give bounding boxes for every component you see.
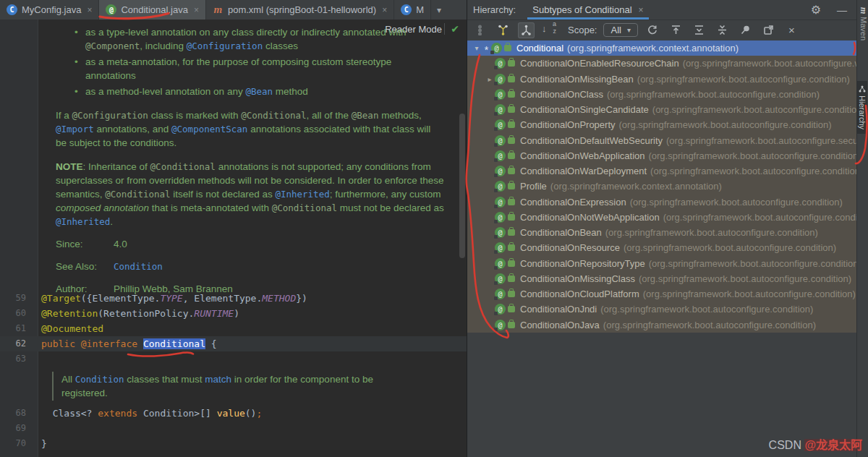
tree-item[interactable]: @ConditionalOnBean(org.springframework.b…: [467, 225, 857, 240]
tab-close-icon[interactable]: ×: [194, 5, 199, 15]
editor-tab[interactable]: CM: [394, 0, 431, 20]
lock-icon: [508, 76, 515, 82]
code-area: 59@Target({ElementType.TYPE, ElementType…: [0, 291, 467, 451]
text-segment: ; furthermore, any custom: [330, 189, 441, 200]
stripe-maven-button[interactable]: m Maven: [857, 3, 868, 45]
refresh-icon[interactable]: [644, 22, 661, 38]
annotation-icon: @: [495, 304, 506, 315]
hierarchy-tree: ▾*@Conditional(org.springframework.conte…: [467, 40, 857, 333]
tree-item[interactable]: @ConditionalOnJndi(org.springframework.b…: [467, 302, 857, 317]
scope-dropdown[interactable]: All ▾: [603, 23, 637, 37]
annotation-icon: @: [495, 104, 506, 115]
scope-label: Scope:: [568, 25, 597, 35]
text-segment: .: [110, 216, 113, 227]
sort-alphabetically-icon[interactable]: ↓ a z: [541, 22, 558, 38]
doc-link[interactable]: @Inherited: [56, 216, 110, 227]
annotation-icon: @: [495, 119, 506, 130]
tree-item[interactable]: @ConditionalOnExpression(org.springframe…: [467, 195, 857, 210]
doc-link[interactable]: @Inherited: [275, 189, 329, 200]
expand-toggle-icon[interactable]: ▸: [485, 75, 495, 83]
doc-link[interactable]: @Import: [56, 124, 94, 134]
tree-item[interactable]: @ConditionalOnProperty(org.springframewo…: [467, 117, 857, 132]
close-icon[interactable]: ×: [783, 22, 800, 38]
doc-link[interactable]: match: [205, 374, 231, 385]
lock-icon: [508, 91, 515, 98]
doc-link[interactable]: Condition: [75, 374, 124, 385]
lock-icon: [508, 60, 515, 67]
tree-item-name: ConditionalOnSingleCandidate: [520, 104, 649, 115]
inspections-ok-icon[interactable]: ✔: [444, 23, 459, 35]
expand-toggle-icon[interactable]: ▾: [472, 44, 482, 52]
tree-item[interactable]: @ConditionalOnRepositoryType(org.springf…: [467, 256, 857, 271]
line-number: 61: [0, 321, 38, 336]
text-segment: extends: [98, 408, 143, 419]
expand-all-icon[interactable]: [691, 22, 707, 38]
tree-item[interactable]: @ConditionalOnResource(org.springframewo…: [467, 240, 857, 255]
scroll-to-source-icon[interactable]: [668, 22, 684, 38]
doc-link[interactable]: @ComponentScan: [171, 124, 247, 134]
tab-close-icon[interactable]: ×: [382, 5, 387, 15]
tree-item[interactable]: @ConditionalOnNotWebApplication(org.spri…: [467, 210, 857, 225]
text-segment: method: [273, 86, 308, 97]
tree-item[interactable]: @ConditionalOnSingleCandidate(org.spring…: [467, 102, 857, 117]
tab-close-icon[interactable]: ×: [87, 5, 92, 15]
class-hierarchy-icon[interactable]: [472, 22, 488, 38]
doc-link[interactable]: @Bean: [245, 86, 273, 97]
annotation-icon: @: [495, 150, 506, 161]
minimize-icon[interactable]: ―: [837, 4, 847, 16]
doc-block: Since:4.0: [56, 237, 444, 251]
tab-label: M: [416, 4, 424, 15]
hierarchy-panel: Hierarchy: Subtypes of Conditional × ⚙ ―…: [467, 0, 857, 457]
annotation-icon: @: [495, 273, 506, 284]
code-line: 61@Documented: [0, 321, 467, 336]
editor-tab[interactable]: @Conditional.java×: [99, 0, 206, 20]
tree-item[interactable]: @ConditionalOnMissingClass(org.springfra…: [467, 271, 857, 286]
annotation-icon: @: [491, 43, 502, 54]
editor-tab[interactable]: CMyConfig.java×: [0, 0, 99, 20]
subtypes-hierarchy-icon[interactable]: [518, 22, 535, 38]
text-segment: (RetentionPolicy.: [98, 308, 194, 319]
tree-item-package: (org.springframework.boot.autoconfigure.…: [624, 242, 836, 253]
text-segment: as a meta-annotation, for the purpose of…: [85, 56, 391, 81]
text-segment: public: [41, 338, 81, 349]
tree-item[interactable]: ▸@ConditionalOnMissingBean(org.springfra…: [467, 72, 857, 87]
tree-item[interactable]: @ConditionalOnDefaultWebSecurity(org.spr…: [467, 133, 857, 148]
stripe-hierarchy-button[interactable]: Hierarchy: [857, 81, 867, 134]
tree-item-name: ConditionalOnRepositoryType: [520, 258, 645, 269]
open-in-new-window-icon[interactable]: [760, 22, 777, 38]
lock-icon: [508, 121, 515, 128]
doc-link[interactable]: @Configuration: [187, 40, 263, 51]
line-number: 68: [0, 406, 38, 421]
tree-item[interactable]: @ConditionalOnWebApplication(org.springf…: [467, 148, 857, 163]
editor-content[interactable]: Reader Mode ✔ as a type-level annotation…: [0, 20, 467, 457]
editor-tab[interactable]: mpom.xml (springBoot-01-helloworld)×: [206, 0, 394, 20]
annotation-icon: @: [495, 197, 506, 208]
chevron-down-icon: ▾: [627, 26, 631, 34]
tree-item-package: (org.springframework.boot.autoconfigure.…: [666, 135, 857, 146]
tree-item[interactable]: @Profile(org.springframework.context.ann…: [467, 179, 857, 194]
tree-item[interactable]: ▾*@Conditional(org.springframework.conte…: [467, 40, 857, 56]
pin-icon[interactable]: [737, 22, 754, 38]
tree-item[interactable]: @ConditionalOnClass(org.springframework.…: [467, 87, 857, 102]
hidden-tabs-chevron-icon[interactable]: ▾: [431, 0, 447, 20]
text-segment: class is marked with: [148, 110, 241, 121]
hierarchy-title: Hierarchy:: [473, 4, 516, 15]
doc-link[interactable]: Condition: [114, 261, 163, 272]
supertypes-hierarchy-icon[interactable]: [495, 22, 511, 38]
tree-item-package: (org.springframework.context.annotation): [550, 181, 722, 192]
text-segment: @Bean: [352, 110, 379, 121]
tree-item[interactable]: @ConditionalOnCloudPlatform(org.springfr…: [467, 286, 857, 302]
collapse-all-icon[interactable]: [714, 22, 731, 38]
annotation-icon: @: [495, 242, 506, 253]
tab-close-icon[interactable]: ×: [639, 5, 644, 15]
editor-scrollbar[interactable]: [459, 114, 465, 258]
tree-item[interactable]: @ConditionalOnJava(org.springframework.b…: [467, 317, 857, 333]
lock-icon: [508, 137, 515, 144]
tree-item[interactable]: @ConditionalOnWarDeployment(org.springfr…: [467, 163, 857, 179]
code-line: 68 Class<? extends Condition>[] value();: [0, 406, 467, 421]
tree-item[interactable]: @ConditionalOnEnabledResourceChain(org.s…: [467, 56, 857, 71]
doc-meta-label: See Also:: [56, 260, 114, 273]
gear-icon[interactable]: ⚙: [811, 3, 821, 17]
annotation-icon: @: [495, 181, 506, 192]
hierarchy-tab[interactable]: Subtypes of Conditional ×: [527, 0, 648, 20]
